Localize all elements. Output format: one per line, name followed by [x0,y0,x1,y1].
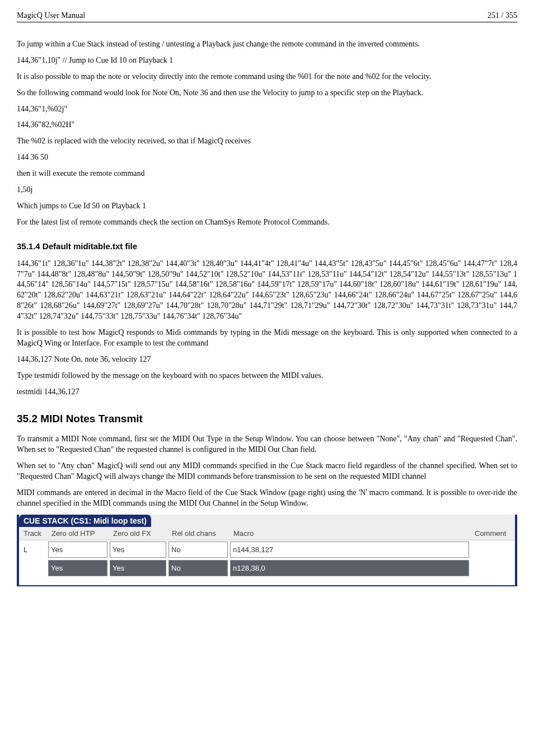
body-text: It is also possible to map the note or v… [17,72,517,82]
column-header-htp[interactable]: Zero old HTP [47,527,109,540]
column-header-rel[interactable]: Rel old chans [167,527,229,540]
section-heading-35-2: 35.2 MIDI Notes Transmit [17,413,517,425]
cell-fx[interactable]: Yes [110,560,166,576]
manual-title: MagicQ User Manual [17,11,85,20]
body-text: 144,36,127 Note On, note 36, velocity 12… [17,354,517,365]
cell-htp[interactable]: Yes [48,542,107,558]
body-text: It is possible to test how MagicQ respon… [17,328,517,349]
cue-stack-title: CUE STACK (CS1: Midi loop test) [19,515,151,527]
column-header-macro[interactable]: Macro [229,527,470,540]
table-row-selected[interactable]: L Yes Yes No n128,38,0 [19,559,515,577]
body-text: The %02 is replaced with the velocity re… [17,136,517,147]
body-text: To transmit a MIDI Note command, first s… [17,434,517,455]
body-text: 1,50j [17,185,517,195]
body-text: When set to "Any chan" MagicQ will send … [17,461,517,482]
cell-htp[interactable]: Yes [48,560,107,576]
cell-macro[interactable]: n128,38,0 [230,560,469,576]
section-heading-35-1-4: 35.1.4 Default miditable.txt file [17,241,517,251]
cue-stack-table: CUE STACK (CS1: Midi loop test) Track Ze… [17,515,517,586]
page-header: MagicQ User Manual 251 / 355 [17,11,517,22]
cell-track[interactable]: L [19,559,47,577]
cell-rel[interactable]: No [168,542,228,558]
cell-track[interactable]: L [19,540,47,559]
body-text: MIDI commands are entered in decimal in … [17,488,517,509]
cell-comment[interactable] [470,559,515,577]
body-text: Which jumps to Cue Id 50 on Playback 1 [17,201,517,212]
body-text: then it will execute the remote command [17,169,517,179]
miditable-content: 144,36"1t" 128,36"1u" 144,38"2t" 128,38"… [17,259,517,322]
table-header-row: Track Zero old HTP Zero old FX Rel old c… [19,527,515,540]
column-header-fx[interactable]: Zero old FX [109,527,167,540]
body-text: To jump within a Cue Stack instead of te… [17,39,517,50]
page-number: 251 / 355 [488,11,517,20]
body-text: 144,36"1,10j" // Jump to Cue Id 10 on Pl… [17,55,517,66]
cell-rel[interactable]: No [168,560,228,576]
column-header-track[interactable]: Track [19,527,47,540]
cell-fx[interactable]: Yes [110,542,166,558]
table-row[interactable]: L Yes Yes No n144,38,127 [19,540,515,559]
body-text: 144,36"82,%02H" [17,120,517,130]
body-text: Type testmidi followed by the message on… [17,371,517,381]
body-text: 144,36"1,%02j" [17,104,517,115]
column-header-comment[interactable]: Comment [470,527,515,540]
body-text: So the following command would look for … [17,88,517,99]
body-text: testmidi 144,36,127 [17,387,517,398]
body-text: For the latest list of remote commands c… [17,217,517,228]
cell-macro[interactable]: n144,38,127 [230,542,469,558]
body-text: 144 36 50 [17,152,517,163]
cell-comment[interactable] [470,540,515,559]
